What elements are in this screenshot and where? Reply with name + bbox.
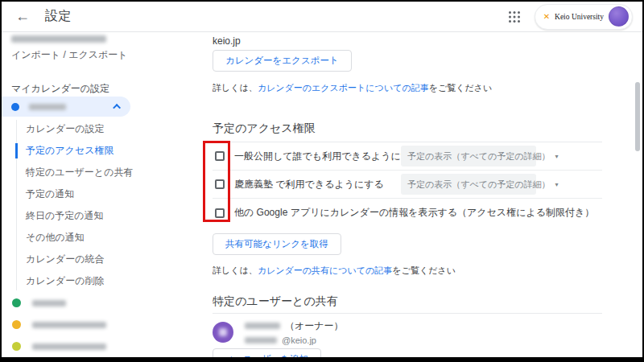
sidebar-item-other-notifications[interactable]: その他の通知 bbox=[2, 227, 211, 249]
scrollbar-thumb[interactable] bbox=[635, 82, 640, 151]
export-calendar-button[interactable]: カレンダーをエクスポート bbox=[213, 50, 352, 72]
sidebar-item-access-permissions[interactable]: 予定のアクセス権限 bbox=[2, 140, 211, 162]
calendar-settings-submenu: カレンダーの設定 予定のアクセス権限 特定のユーザーとの共有 予定の通知 終日の… bbox=[2, 118, 211, 292]
settings-page: ← 設定 ✕ Keio University bbox=[2, 2, 642, 357]
user-avatar[interactable] bbox=[609, 6, 629, 27]
help-suffix: をご覧ください bbox=[392, 265, 456, 275]
blurred-owner-email bbox=[245, 337, 277, 343]
account-badge[interactable]: ✕ Keio University bbox=[535, 4, 633, 30]
sidebar-selected-calendar[interactable] bbox=[2, 97, 130, 117]
google-apps-grid-icon[interactable] bbox=[502, 5, 526, 29]
back-arrow-icon[interactable]: ← bbox=[11, 6, 34, 28]
share-help-text: 詳しくは、カレンダーの共有についての記事をご覧ください bbox=[213, 265, 456, 277]
visibility-dropdown[interactable]: 予定の表示（すべての予定の詳細） ▾ bbox=[401, 174, 536, 195]
settings-sidebar: インポート / エクスポート マイカレンダーの設定 カレンダーの設定 予定のアク… bbox=[2, 33, 211, 357]
google-apps-checkbox[interactable] bbox=[215, 208, 225, 218]
blurred-avatar-glyph bbox=[219, 328, 227, 336]
caret-down-icon: ▾ bbox=[551, 153, 559, 160]
caret-down-icon: ▾ bbox=[551, 181, 559, 188]
sidebar-item-calendar-integration[interactable]: カレンダーの統合 bbox=[2, 249, 211, 270]
share-help-link[interactable]: カレンダーの共有についての記事 bbox=[258, 265, 393, 275]
calendar-color-dot bbox=[12, 342, 21, 351]
dropdown-value: 予定の表示（すべての予定の詳細） bbox=[407, 179, 551, 191]
blurred-calendar-name bbox=[29, 104, 66, 110]
public-access-checkbox[interactable] bbox=[215, 151, 225, 161]
owner-user-row: （オーナー） @keio.jp bbox=[213, 319, 344, 347]
calendar-domain-text: keio.jp bbox=[213, 35, 241, 47]
blurred-calendar-name bbox=[32, 322, 106, 328]
org-access-checkbox[interactable] bbox=[215, 179, 225, 189]
export-help-link[interactable]: カレンダーのエクスポートについての記事 bbox=[258, 83, 429, 93]
sidebar-calendar-item[interactable] bbox=[2, 292, 211, 314]
sidebar-item-event-notifications[interactable]: 予定の通知 bbox=[2, 183, 211, 205]
get-shareable-link-button[interactable]: 共有可能なリンクを取得 bbox=[213, 233, 341, 255]
sidebar-item-import-export[interactable]: インポート / エクスポート bbox=[11, 48, 128, 62]
permission-row-google-apps: 他の Google アプリにカレンダーの情報を表示する（アクセス権による制限付き… bbox=[213, 199, 602, 227]
blurred-calendar-name bbox=[32, 300, 66, 306]
help-prefix: 詳しくは、 bbox=[213, 265, 258, 275]
page-title: 設定 bbox=[45, 8, 72, 25]
blurred-sidebar-item bbox=[11, 35, 106, 43]
app-header: ← 設定 ✕ Keio University bbox=[2, 2, 642, 32]
sidebar-item-delete-calendar[interactable]: カレンダーの削除 bbox=[2, 270, 211, 292]
visibility-dropdown[interactable]: 予定の表示（すべての予定の詳細） ▾ bbox=[401, 146, 536, 167]
permission-label: 一般公開して誰でも利用できるようにする bbox=[234, 150, 420, 163]
sidebar-item-share-with-users[interactable]: 特定のユーザーとの共有 bbox=[2, 162, 211, 183]
plus-icon: ＋ bbox=[225, 352, 237, 358]
sidebar-item-allday-notifications[interactable]: 終日の予定の通知 bbox=[2, 205, 211, 227]
grid-dots bbox=[508, 10, 521, 23]
add-user-label: ユーザーを追加 bbox=[243, 353, 308, 357]
sidebar-heading-my-calendars: マイカレンダーの設定 bbox=[11, 82, 109, 96]
settings-content: keio.jp カレンダーをエクスポート 詳しくは、カレンダーのエクスポートにつ… bbox=[213, 33, 602, 357]
sidebar-item-calendar-settings[interactable]: カレンダーの設定 bbox=[2, 118, 211, 140]
calendar-color-dot bbox=[12, 298, 21, 307]
share-with-users-heading: 特定のユーザーとの共有 bbox=[213, 294, 338, 309]
access-permission-rows: 一般公開して誰でも利用できるようにする 予定の表示（すべての予定の詳細） ▾ 慶… bbox=[213, 142, 602, 227]
owner-avatar bbox=[213, 322, 233, 343]
other-calendars-list bbox=[2, 292, 211, 357]
calendar-color-dot bbox=[11, 103, 19, 111]
org-name: Keio University bbox=[555, 13, 604, 21]
dropdown-value: 予定の表示（すべての予定の詳細） bbox=[407, 150, 551, 162]
blurred-owner-name bbox=[245, 323, 280, 329]
permission-row-public: 一般公開して誰でも利用できるようにする 予定の表示（すべての予定の詳細） ▾ bbox=[213, 142, 602, 171]
sidebar-calendar-item[interactable] bbox=[2, 335, 211, 357]
section-divider bbox=[213, 313, 602, 314]
add-user-button[interactable]: ＋ ユーザーを追加 bbox=[213, 348, 321, 357]
permission-label: 他の Google アプリにカレンダーの情報を表示する（アクセス権による制限付き… bbox=[234, 206, 594, 220]
help-prefix: 詳しくは、 bbox=[213, 83, 258, 93]
calendar-color-dot bbox=[12, 320, 21, 329]
owner-role: （オーナー） bbox=[285, 319, 344, 332]
chevron-up-icon[interactable] bbox=[113, 104, 121, 112]
access-permissions-heading: 予定のアクセス権限 bbox=[213, 121, 316, 136]
org-logo-icon: ✕ bbox=[543, 12, 550, 21]
permission-label: 慶應義塾 で利用できるようにする bbox=[234, 178, 384, 191]
blurred-calendar-name bbox=[32, 343, 106, 350]
export-help-text: 詳しくは、カレンダーのエクスポートについての記事をご覧ください bbox=[213, 82, 492, 94]
owner-email-domain: @keio.jp bbox=[282, 334, 316, 347]
sidebar-calendar-item[interactable] bbox=[2, 314, 211, 335]
screenshot-frame: ← 設定 ✕ Keio University bbox=[0, 0, 644, 362]
permission-row-org: 慶應義塾 で利用できるようにする 予定の表示（すべての予定の詳細） ▾ bbox=[213, 171, 602, 199]
help-suffix: をご覧ください bbox=[429, 83, 493, 93]
